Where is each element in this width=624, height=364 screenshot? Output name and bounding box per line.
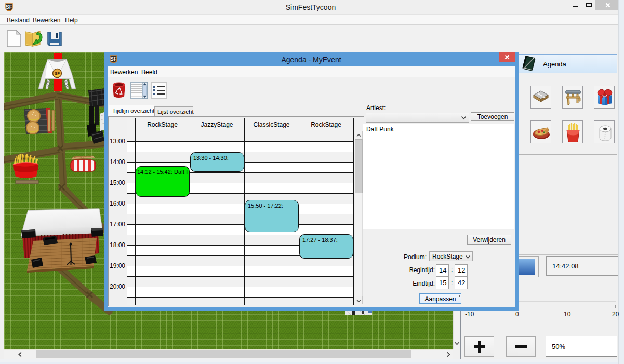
svg-text:SF: SF [6, 4, 12, 10]
svg-text:SF: SF [55, 71, 60, 76]
